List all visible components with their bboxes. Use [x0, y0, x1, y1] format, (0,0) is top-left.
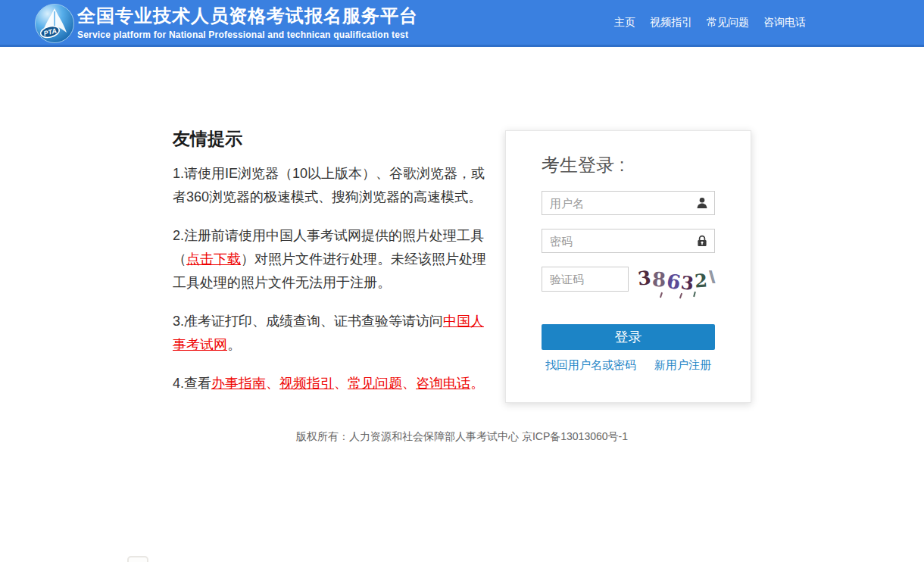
header-bar: PTA 全国专业技术人员资格考试报名服务平台 Service platform …	[0, 0, 924, 47]
service-guide-link[interactable]: 办事指南	[211, 376, 266, 391]
captcha-noise-tick	[660, 292, 663, 298]
user-icon	[695, 196, 709, 210]
brand-block: 全国专业技术人员资格考试报名服务平台 Service platform for …	[77, 5, 418, 40]
separator: 、	[402, 376, 416, 391]
captcha-noise-slashes: \\	[709, 266, 711, 289]
captcha-digit: 6	[664, 270, 682, 295]
video-guide-link[interactable]: 视频指引	[279, 376, 334, 391]
site-title: 全国专业技术人员资格考试报名服务平台	[77, 5, 418, 27]
tip-3-text-before: 3.准考证打印、成绩查询、证书查验等请访问	[173, 314, 443, 329]
username-field-wrap	[542, 191, 715, 215]
nav-link-faq[interactable]: 常见问题	[707, 16, 749, 30]
separator: 、	[266, 376, 279, 391]
page: PTA 全国专业技术人员资格考试报名服务平台 Service platform …	[0, 0, 924, 562]
phone-link[interactable]: 咨询电话	[416, 376, 470, 391]
top-navigation: 主页 视频指引 常见问题 咨询电话	[614, 0, 806, 45]
captcha-noise-tick	[693, 292, 696, 297]
cutoff-edge-artifact	[127, 556, 148, 562]
nav-link-home[interactable]: 主页	[614, 16, 635, 30]
forgot-credentials-link[interactable]: 找回用户名或密码	[545, 358, 636, 373]
login-button[interactable]: 登录	[542, 324, 715, 350]
tip-item-4: 4.查看办事指南、视频指引、常见问题、咨询电话。	[173, 372, 494, 395]
captcha-digit: 3	[636, 267, 651, 291]
tip-1-text: 1.请使用IE浏览器（10以上版本）、谷歌浏览器，或者360浏览器的极速模式、搜…	[173, 166, 485, 205]
tip-item-2: 2.注册前请使用中国人事考试网提供的照片处理工具（点击下载）对照片文件进行处理。…	[173, 224, 494, 295]
password-field-wrap	[542, 229, 715, 253]
username-input[interactable]	[542, 191, 715, 215]
login-card: 考生登录 :	[505, 130, 751, 403]
tips-heading: 友情提示	[173, 129, 494, 148]
nav-link-video-guide[interactable]: 视频指引	[650, 16, 692, 30]
captcha-input[interactable]	[542, 267, 629, 292]
site-subtitle: Service platform for National Profession…	[77, 30, 418, 40]
tip-item-3: 3.准考证打印、成绩查询、证书查验等请访问中国人事考试网。	[173, 310, 494, 357]
separator: 、	[334, 376, 348, 391]
tip-4-text-before: 4.查看	[173, 376, 211, 391]
captcha-row: 3 8 6 3 2 \\	[542, 267, 715, 296]
pta-logo-icon: PTA	[35, 4, 74, 43]
captcha-digit: 2	[694, 269, 708, 292]
download-photo-tool-link[interactable]: 点击下载	[186, 251, 241, 267]
captcha-image[interactable]: 3 8 6 3 2 \\	[638, 267, 715, 296]
login-heading: 考生登录 :	[542, 154, 715, 176]
tip-item-1: 1.请使用IE浏览器（10以上版本）、谷歌浏览器，或者360浏览器的极速模式、搜…	[173, 162, 494, 209]
copyright-footer: 版权所有：人力资源和社会保障部人事考试中心 京ICP备13013060号-1	[0, 430, 924, 444]
password-input[interactable]	[542, 229, 715, 253]
tip-4-period: 。	[470, 376, 484, 391]
tip-3-text-after: 。	[227, 337, 241, 352]
nav-link-phone[interactable]: 咨询电话	[763, 16, 806, 30]
captcha-noise-tick	[679, 293, 682, 298]
lock-icon	[695, 234, 709, 248]
register-new-user-link[interactable]: 新用户注册	[654, 358, 711, 373]
faq-link[interactable]: 常见问题	[348, 376, 402, 391]
captcha-digit: 8	[652, 268, 666, 292]
login-helper-links: 找回用户名或密码 新用户注册	[542, 358, 715, 373]
tips-section: 友情提示 1.请使用IE浏览器（10以上版本）、谷歌浏览器，或者360浏览器的极…	[173, 129, 494, 411]
captcha-digit: 3	[679, 271, 695, 295]
